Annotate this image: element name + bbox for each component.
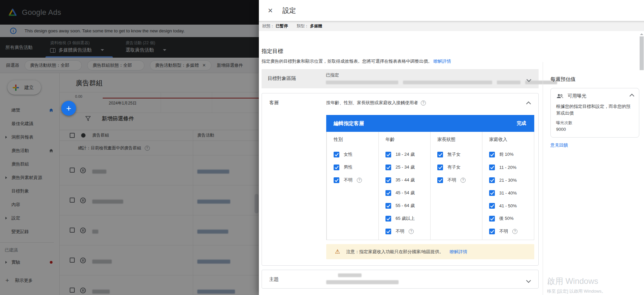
checked-checkbox[interactable] — [437, 165, 443, 170]
chevron-down-icon[interactable] — [527, 77, 531, 82]
help-icon[interactable] — [409, 229, 414, 234]
watermark-line2: 移至 [設定] 以啟用 Windows。 — [547, 288, 606, 294]
impressions-metric-value: 9000 — [556, 127, 634, 132]
checked-checkbox[interactable] — [437, 177, 443, 183]
checked-checkbox[interactable] — [385, 177, 391, 183]
demographic-option[interactable]: 41 - 50% — [489, 199, 534, 212]
demographics-column-header: 性別 — [334, 137, 378, 143]
demographic-option[interactable]: 男性 — [334, 161, 378, 174]
demographics-header[interactable]: 客層 按年齡、性別、家長狀態或家庭收入接觸使用者 — [262, 93, 538, 112]
chevron-up-icon[interactable] — [630, 94, 634, 99]
demographics-column: 性別 女性 — [327, 132, 378, 240]
demographic-option[interactable]: 21 - 30% — [489, 174, 534, 186]
status-strip: 狀態： 已暫停 類型： 多媒體 — [259, 21, 644, 31]
card-description: 根據您的指定目標和設定，而非您的預算或出價 — [556, 103, 634, 117]
demographics-options: 女性 男性 — [334, 148, 378, 186]
checked-checkbox[interactable] — [385, 203, 391, 209]
checked-checkbox[interactable] — [489, 229, 495, 234]
demographic-option[interactable]: 35 - 44 歲 — [385, 174, 430, 186]
checked-checkbox[interactable] — [385, 216, 391, 222]
checked-checkbox[interactable] — [489, 203, 495, 209]
help-icon[interactable] — [421, 100, 426, 106]
audience-segments-row[interactable]: 目標對象區隔 已指定 — [262, 69, 539, 88]
option-label: 65 歲以上 — [396, 215, 415, 222]
topics-label: 主題 — [269, 276, 279, 283]
warning-icon: ⚠ — [335, 248, 340, 255]
demographic-option[interactable]: 無子女 — [437, 148, 482, 161]
demographic-option[interactable]: 不明 — [334, 174, 378, 186]
checked-checkbox[interactable] — [385, 190, 391, 196]
type-label: 類型： — [297, 23, 309, 29]
demographic-option[interactable]: 55 - 64 歲 — [385, 199, 430, 212]
option-label: 18 - 24 歲 — [396, 151, 415, 157]
help-icon[interactable] — [512, 229, 517, 234]
drawer-scrollbar[interactable] — [640, 32, 644, 294]
demographic-option[interactable]: 不明 — [437, 174, 482, 186]
checked-checkbox[interactable] — [385, 152, 391, 157]
demographics-column-header: 年齡 — [385, 137, 430, 143]
demographic-option[interactable]: 18 - 24 歲 — [385, 148, 430, 161]
demographics-description-text: 按年齡、性別、家長狀態或家庭收入接觸使用者 — [326, 100, 418, 106]
close-icon[interactable]: ✕ — [268, 7, 273, 14]
checked-checkbox[interactable] — [489, 165, 495, 170]
audience-segments-value: 已指定 — [326, 72, 557, 84]
demographic-option[interactable]: 女性 — [334, 148, 378, 161]
option-label: 55 - 64 歲 — [396, 203, 415, 209]
learn-more-link[interactable]: 瞭解詳情 — [434, 59, 451, 64]
checked-checkbox[interactable] — [385, 165, 391, 170]
checked-checkbox[interactable] — [489, 177, 495, 183]
targeting-description: 指定廣告的目標對象和顯示位置，並取得成效報表。您將可選擇在報表表格中調整出價。 … — [262, 58, 539, 64]
demographics-grid: 性別 女性 — [326, 132, 534, 240]
done-button[interactable]: 完成 — [517, 120, 526, 126]
demographic-option[interactable]: 65 歲以上 — [385, 212, 430, 225]
redacted-audience-list — [326, 81, 557, 84]
chevron-up-icon[interactable] — [527, 101, 530, 107]
demographics-options: 18 - 24 歲 25 - 34 歲 — [385, 148, 430, 238]
drawer-header: ✕ 設定 — [259, 0, 644, 21]
option-label: 21 - 30% — [499, 178, 517, 183]
demographics-column: 家庭收入 前 10% — [482, 132, 534, 240]
impressions-metric-label: 曝光次數 — [556, 120, 634, 126]
demographics-section: 客層 按年齡、性別、家長狀態或家庭收入接觸使用者 編輯指定客層 完成 — [262, 93, 539, 266]
demographic-option[interactable]: 前 10% — [489, 148, 534, 161]
drawer-title: 設定 — [282, 6, 296, 15]
option-label: 有子女 — [447, 164, 461, 170]
checked-checkbox[interactable] — [334, 165, 339, 170]
screen: Google Ads i This design goes away soon.… — [0, 0, 644, 295]
learn-more-link[interactable]: 瞭解詳情 — [450, 249, 467, 255]
card-header[interactable]: 可用曝光 — [556, 93, 634, 99]
demographics-editor: 編輯指定客層 完成 性別 — [326, 115, 534, 240]
demographic-option[interactable]: 11 - 20% — [489, 161, 534, 174]
checked-checkbox[interactable] — [437, 152, 443, 157]
demographic-option[interactable]: 25 - 34 歲 — [385, 161, 430, 174]
checked-checkbox[interactable] — [489, 190, 495, 196]
watermark-line1: 啟用 Windows — [547, 276, 606, 287]
feedback-link[interactable]: 意見回饋 — [550, 142, 644, 148]
demographic-option[interactable]: 不明 — [385, 225, 430, 238]
targeting-heading: 指定目標 — [262, 48, 539, 55]
demographic-option[interactable]: 不明 — [489, 225, 534, 238]
scrollbar-thumb[interactable] — [640, 36, 644, 70]
demographic-option[interactable]: 後 50% — [489, 212, 534, 225]
help-icon[interactable] — [461, 178, 466, 183]
editor-title: 編輯指定客層 — [334, 120, 364, 127]
chevron-down-icon[interactable] — [527, 278, 530, 283]
demographic-option[interactable]: 有子女 — [437, 161, 482, 174]
checked-checkbox[interactable] — [489, 152, 495, 157]
help-icon[interactable] — [357, 178, 362, 183]
checked-checkbox[interactable] — [334, 152, 339, 157]
demographic-option[interactable]: 31 - 40% — [489, 186, 534, 199]
scrollbar-up-arrow[interactable] — [640, 32, 643, 35]
option-label: 不明 — [396, 228, 404, 234]
checked-checkbox[interactable] — [385, 229, 391, 234]
checked-checkbox[interactable] — [334, 177, 339, 183]
demographic-option[interactable]: 45 - 54 歲 — [385, 186, 430, 199]
demographics-options: 前 10% 11 - 20% — [489, 148, 534, 238]
checked-checkbox[interactable] — [489, 216, 495, 222]
demographics-column: 家長狀態 無子女 — [430, 132, 482, 240]
add-fab-button[interactable]: + — [61, 101, 76, 116]
audience-people-icon — [556, 94, 564, 98]
option-label: 不明 — [447, 177, 456, 183]
topics-row[interactable]: 主題 — [262, 270, 539, 289]
option-label: 不明 — [499, 228, 508, 234]
